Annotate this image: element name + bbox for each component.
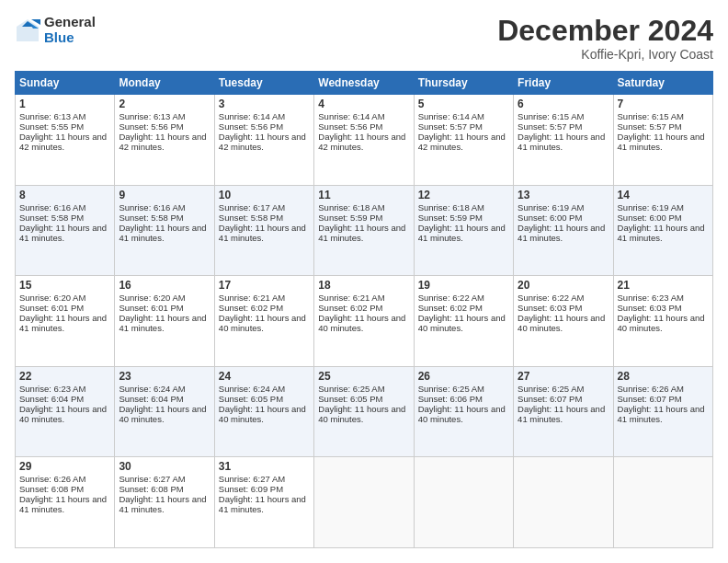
table-row: 11 Sunrise: 6:18 AM Sunset: 5:59 PM Dayl… [314,185,414,276]
table-row: 6 Sunrise: 6:15 AM Sunset: 5:57 PM Dayli… [514,95,613,186]
day-number: 26 [418,370,509,383]
sunrise-label: Sunrise: 6:26 AM [19,474,85,484]
daylight-label: Daylight: 11 hours and 41 minutes. [119,494,206,514]
day-number: 4 [318,98,409,110]
day-number: 11 [318,189,409,201]
daylight-label: Daylight: 11 hours and 41 minutes. [518,404,605,424]
sunrise-label: Sunrise: 6:14 AM [219,111,285,121]
sunset-label: Sunset: 5:57 PM [518,121,582,132]
table-row: 19 Sunrise: 6:22 AM Sunset: 6:02 PM Dayl… [414,276,513,367]
table-row: 15 Sunrise: 6:20 AM Sunset: 6:01 PM Dayl… [16,276,115,367]
sunset-label: Sunset: 5:58 PM [219,213,283,223]
sunrise-label: Sunrise: 6:25 AM [418,384,484,394]
col-wednesday: Wednesday [314,72,414,95]
title-block: December 2024 Koffie-Kpri, Ivory Coast [497,15,713,62]
sunset-label: Sunset: 6:04 PM [119,394,183,404]
daylight-label: Daylight: 11 hours and 41 minutes. [518,132,605,152]
day-number: 17 [219,279,310,292]
table-row: 5 Sunrise: 6:14 AM Sunset: 5:57 PM Dayli… [414,95,513,186]
table-row: 9 Sunrise: 6:16 AM Sunset: 5:58 PM Dayli… [115,185,214,276]
day-number: 30 [119,460,210,473]
daylight-label: Daylight: 11 hours and 41 minutes. [318,223,405,243]
day-number: 5 [418,98,509,110]
sunset-label: Sunset: 6:03 PM [518,303,582,313]
day-number: 28 [618,370,709,383]
sunrise-label: Sunrise: 6:15 AM [618,111,684,121]
col-thursday: Thursday [414,72,513,95]
day-number: 13 [518,189,609,201]
sunrise-label: Sunrise: 6:18 AM [318,202,384,213]
table-row: 30 Sunrise: 6:27 AM Sunset: 6:08 PM Dayl… [115,457,214,548]
sunrise-label: Sunrise: 6:27 AM [119,474,185,484]
sunset-label: Sunset: 6:09 PM [219,484,283,494]
sunset-label: Sunset: 6:01 PM [19,303,84,313]
day-number: 12 [418,189,509,201]
table-row: 12 Sunrise: 6:18 AM Sunset: 5:59 PM Dayl… [414,185,513,276]
daylight-label: Daylight: 11 hours and 41 minutes. [19,223,107,243]
sunrise-label: Sunrise: 6:21 AM [219,293,285,303]
calendar-header-row: Sunday Monday Tuesday Wednesday Thursday… [16,72,713,95]
daylight-label: Daylight: 11 hours and 41 minutes. [119,313,206,333]
sunset-label: Sunset: 6:08 PM [19,484,84,494]
day-number: 21 [618,279,709,292]
sunrise-label: Sunrise: 6:13 AM [119,111,185,121]
day-number: 31 [219,460,310,473]
table-row: 24 Sunrise: 6:24 AM Sunset: 6:05 PM Dayl… [214,366,313,457]
table-row: 4 Sunrise: 6:14 AM Sunset: 5:56 PM Dayli… [314,95,414,186]
table-row: 7 Sunrise: 6:15 AM Sunset: 5:57 PM Dayli… [613,95,712,186]
sunset-label: Sunset: 6:06 PM [418,394,483,404]
daylight-label: Daylight: 11 hours and 41 minutes. [19,313,107,333]
day-number: 1 [19,98,110,110]
sunrise-label: Sunrise: 6:19 AM [518,202,584,213]
sunrise-label: Sunrise: 6:14 AM [418,111,484,121]
daylight-label: Daylight: 11 hours and 41 minutes. [618,404,705,424]
calendar-table: Sunday Monday Tuesday Wednesday Thursday… [15,71,713,548]
sunrise-label: Sunrise: 6:24 AM [119,384,185,394]
daylight-label: Daylight: 11 hours and 41 minutes. [119,223,206,243]
logo-blue: Blue [44,30,96,46]
sunset-label: Sunset: 6:02 PM [219,303,283,313]
sunrise-label: Sunrise: 6:22 AM [418,293,484,303]
table-row [414,457,513,548]
daylight-label: Daylight: 11 hours and 40 minutes. [19,404,107,424]
table-row: 29 Sunrise: 6:26 AM Sunset: 6:08 PM Dayl… [16,457,115,548]
sunset-label: Sunset: 5:57 PM [618,121,682,132]
logo-general: General [44,15,96,30]
sunset-label: Sunset: 5:55 PM [19,121,84,132]
sunset-label: Sunset: 6:04 PM [19,394,84,404]
sunset-label: Sunset: 6:00 PM [618,213,682,223]
sunset-label: Sunset: 6:03 PM [618,303,682,313]
day-number: 9 [119,189,210,201]
daylight-label: Daylight: 11 hours and 42 minutes. [119,132,206,152]
sunrise-label: Sunrise: 6:22 AM [518,293,584,303]
sunrise-label: Sunrise: 6:16 AM [119,202,185,213]
daylight-label: Daylight: 11 hours and 40 minutes. [318,404,405,424]
day-number: 19 [418,279,509,292]
sunrise-label: Sunrise: 6:15 AM [518,111,584,121]
day-number: 2 [119,98,210,110]
day-number: 6 [518,98,609,110]
daylight-label: Daylight: 11 hours and 41 minutes. [518,223,605,243]
day-number: 18 [318,279,409,292]
day-number: 14 [618,189,709,201]
sunset-label: Sunset: 6:08 PM [119,484,183,494]
day-number: 7 [618,98,709,110]
sunrise-label: Sunrise: 6:19 AM [618,202,684,213]
logo: General Blue [15,15,96,45]
sunrise-label: Sunrise: 6:25 AM [518,384,584,394]
calendar-week-row: 8 Sunrise: 6:16 AM Sunset: 5:58 PM Dayli… [16,185,713,276]
daylight-label: Daylight: 11 hours and 41 minutes. [618,132,705,152]
sunrise-label: Sunrise: 6:20 AM [19,293,85,303]
sunrise-label: Sunrise: 6:27 AM [219,474,285,484]
sunrise-label: Sunrise: 6:17 AM [219,202,285,213]
sunrise-label: Sunrise: 6:23 AM [19,384,85,394]
day-number: 20 [518,279,609,292]
day-number: 8 [19,189,110,201]
col-sunday: Sunday [16,72,115,95]
sunrise-label: Sunrise: 6:24 AM [219,384,285,394]
day-number: 15 [19,279,110,292]
table-row: 10 Sunrise: 6:17 AM Sunset: 5:58 PM Dayl… [214,185,313,276]
table-row: 21 Sunrise: 6:23 AM Sunset: 6:03 PM Dayl… [613,276,712,367]
sunset-label: Sunset: 6:07 PM [618,394,682,404]
sunrise-label: Sunrise: 6:16 AM [19,202,85,213]
